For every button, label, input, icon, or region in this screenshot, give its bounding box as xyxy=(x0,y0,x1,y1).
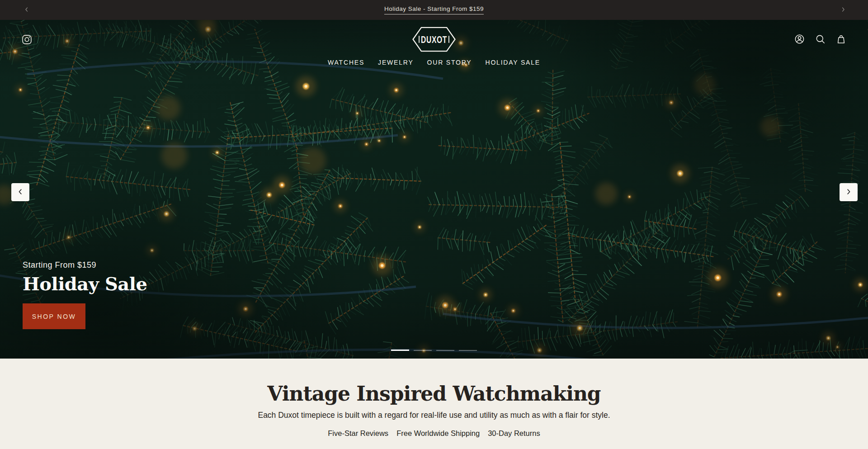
announcement-link[interactable]: Holiday Sale - Starting From $159 xyxy=(384,5,484,14)
nav-item-holiday-sale[interactable]: HOLIDAY SALE xyxy=(485,59,540,66)
feature-five-star-reviews: Five-Star Reviews xyxy=(328,429,388,438)
chevron-right-icon xyxy=(840,6,846,14)
chevron-left-icon xyxy=(16,188,24,197)
intro-title: Vintage Inspired Watchmaking xyxy=(0,359,868,405)
hero-content: Starting From $159 Holiday Sale SHOP NOW xyxy=(23,260,147,329)
logo-text: DUXOT xyxy=(421,34,447,45)
feature-30-day-returns: 30-Day Returns xyxy=(488,429,540,438)
account-button[interactable] xyxy=(794,33,805,46)
intro-features: Five-Star Reviews Free Worldwide Shippin… xyxy=(0,429,868,438)
brand-logo[interactable]: DUXOT xyxy=(412,25,456,53)
carousel-next-button[interactable] xyxy=(840,183,858,201)
cart-bag-icon xyxy=(835,33,847,46)
search-button[interactable] xyxy=(815,33,826,46)
carousel-dot-1[interactable] xyxy=(391,350,409,351)
hero-carousel: DUXOT WATCHES JEWELRY OU xyxy=(0,20,868,359)
nav-item-jewelry[interactable]: JEWELRY xyxy=(378,59,413,66)
announcement-next-button[interactable] xyxy=(839,6,847,14)
instagram-button[interactable] xyxy=(21,34,33,47)
hero-eyebrow: Starting From $159 xyxy=(23,260,147,270)
shop-now-button[interactable]: SHOP NOW xyxy=(23,303,85,329)
carousel-dot-2[interactable] xyxy=(414,350,432,351)
intro-subtitle: Each Duxot timepiece is built with a reg… xyxy=(0,411,868,420)
intro-section: Vintage Inspired Watchmaking Each Duxot … xyxy=(0,359,868,449)
chevron-left-icon xyxy=(24,6,30,14)
instagram-icon xyxy=(21,34,33,47)
main-nav: WATCHES JEWELRY OUR STORY HOLIDAY SALE xyxy=(0,59,868,66)
chevron-right-icon xyxy=(844,188,853,197)
nav-item-our-story[interactable]: OUR STORY xyxy=(427,59,472,66)
cart-button[interactable] xyxy=(835,33,847,46)
nav-item-watches[interactable]: WATCHES xyxy=(328,59,364,66)
announcement-bar: Holiday Sale - Starting From $159 xyxy=(0,0,868,20)
carousel-prev-button[interactable] xyxy=(11,183,29,201)
header-icon-group xyxy=(794,33,847,46)
account-icon xyxy=(794,33,805,46)
carousel-dots xyxy=(391,350,477,351)
carousel-dot-3[interactable] xyxy=(436,350,454,351)
carousel-dot-4[interactable] xyxy=(459,350,477,351)
search-icon xyxy=(815,33,826,46)
announcement-prev-button[interactable] xyxy=(23,6,31,14)
hero-title: Holiday Sale xyxy=(23,273,147,294)
feature-free-worldwide-shipping: Free Worldwide Shipping xyxy=(396,429,480,438)
